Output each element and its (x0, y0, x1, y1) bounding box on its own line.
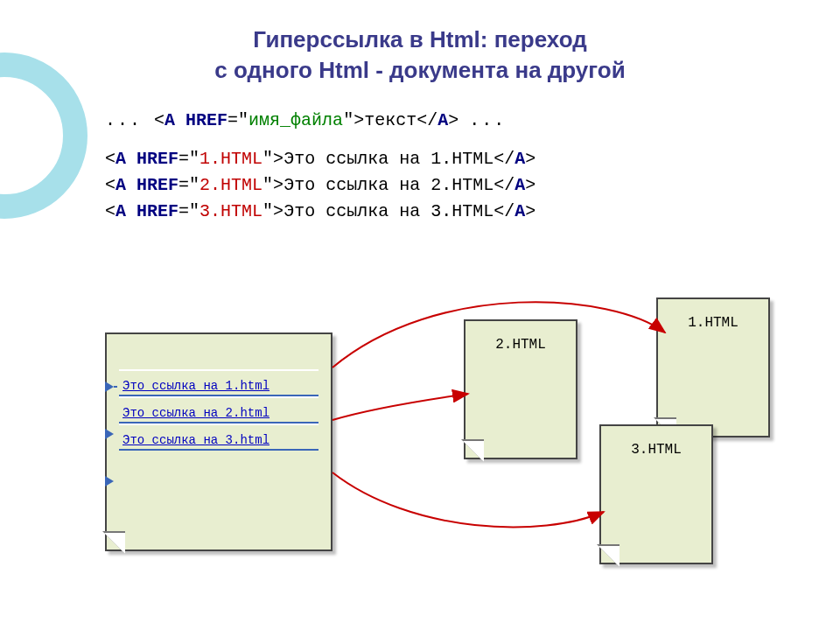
dog-ear-icon (461, 439, 484, 462)
arrow-icon (105, 476, 114, 486)
close-tag-a: A (438, 110, 448, 130)
arrow-icon (105, 382, 114, 392)
close-gt: > (448, 110, 458, 130)
target-doc-2: 2.HTML (464, 319, 578, 459)
close-tag-open: </ (416, 110, 438, 130)
quote-open: " (238, 110, 248, 130)
source-link-2: Это ссылка на 2.html (119, 396, 318, 424)
source-link-1: Это ссылка на 1.html (119, 369, 318, 396)
ellipsis-left: ... (105, 110, 154, 130)
attr-href: HREF (175, 110, 228, 130)
example-line-1: <A HREF="1.HTML">Это ссылка на 1.HTML</A… (105, 146, 840, 172)
tick-line (114, 386, 117, 388)
tag-open: < (154, 110, 164, 130)
equals: = (228, 110, 238, 130)
link-text-placeholder: текст (364, 110, 416, 130)
code-block: ... <A HREF="имя_файла">текст</A> ... <A… (105, 108, 840, 225)
dog-ear-icon (102, 531, 125, 554)
quote-close: " (343, 110, 354, 130)
slide-title: Гиперссылка в Html: переход с одного Htm… (0, 0, 840, 86)
doc-label-2: 2.HTML (495, 337, 546, 353)
title-line-2: с одного Html - документа на другой (214, 57, 625, 83)
source-document: Это ссылка на 1.html Это ссылка на 2.htm… (105, 332, 332, 551)
example-line-3: <A HREF="3.HTML">Это ссылка на 3.HTML</A… (105, 199, 840, 225)
source-link-3: Это ссылка на 3.html (119, 424, 318, 451)
diagram-area: Это ссылка на 1.html Это ссылка на 2.htm… (0, 289, 840, 621)
doc-label-3: 3.HTML (631, 442, 682, 458)
arrow-icon (105, 429, 114, 439)
target-doc-1: 1.HTML (656, 298, 770, 438)
example-line-2: <A HREF="2.HTML">Это ссылка на 2.HTML</A… (105, 172, 840, 199)
syntax-line: ... <A HREF="имя_файла">текст</A> ... (105, 108, 840, 134)
title-line-1: Гиперссылка в Html: переход (253, 26, 586, 52)
doc-label-1: 1.HTML (688, 315, 738, 331)
ellipsis-right: ... (469, 110, 506, 130)
tag-a: A (164, 110, 175, 130)
gt: > (354, 110, 364, 130)
dog-ear-icon (597, 544, 620, 567)
target-doc-3: 3.HTML (599, 424, 713, 564)
file-placeholder: имя_файла (248, 110, 343, 130)
